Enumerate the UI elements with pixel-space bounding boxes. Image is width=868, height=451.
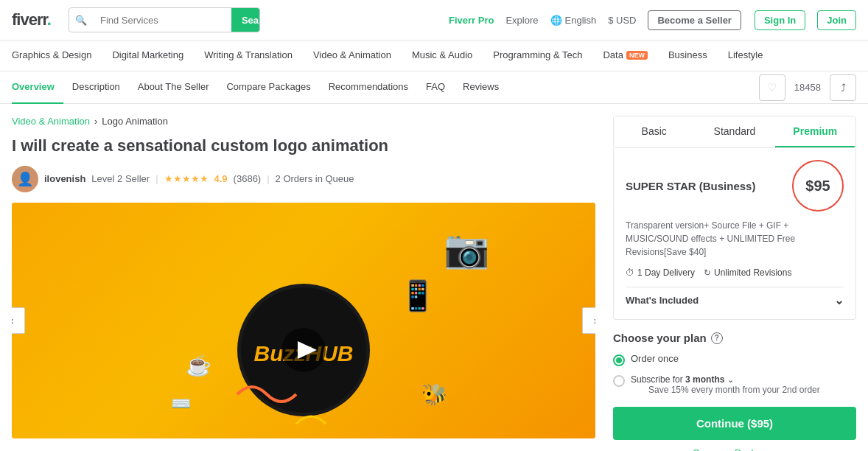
choose-plan: Choose your plan ? Order once Subscribe … — [613, 332, 856, 395]
whats-included-label: What's Included — [626, 295, 699, 306]
subnav-compare-packages[interactable]: Compare Packages — [217, 71, 319, 104]
revisions-info: ↻ Unlimited Revisions — [704, 268, 791, 278]
seller-level: Level 2 Seller — [91, 173, 150, 184]
divider: | — [155, 173, 158, 184]
tab-basic[interactable]: Basic — [614, 116, 694, 147]
carousel-prev-button[interactable]: ‹ — [12, 307, 25, 334]
package-description: Transparent version+ Source File + GIF +… — [626, 219, 844, 259]
cat-music-audio[interactable]: Music & Audio — [402, 41, 483, 71]
package-meta: ⏱ 1 Day Delivery ↻ Unlimited Revisions — [626, 268, 844, 278]
subnav-overview[interactable]: Overview — [12, 71, 63, 104]
subscribe-prefix: Subscribe for — [631, 374, 683, 385]
cat-writing-translation[interactable]: Writing & Translation — [194, 41, 303, 71]
avatar: 👤 — [12, 166, 38, 192]
subscribe-months[interactable]: 3 months — [685, 374, 724, 385]
likes-count: 18458 — [794, 82, 821, 93]
nav-links: Fiverr Pro Explore 🌐 English $ USD Becom… — [449, 10, 856, 30]
tab-standard[interactable]: Standard — [694, 116, 774, 147]
svg-text:🐝: 🐝 — [421, 382, 447, 407]
subscribe-radio[interactable] — [613, 375, 625, 387]
breadcrumb-child: Logo Animation — [102, 116, 168, 127]
subnav-recommendations[interactable]: Recommendations — [320, 71, 417, 104]
package-content: SUPER STAR (Business) $95 Transparent ve… — [613, 148, 856, 320]
share-button[interactable]: ⤴ — [830, 74, 856, 101]
language-selector[interactable]: 🌐 English — [550, 15, 597, 26]
order-once-label: Order once — [631, 353, 679, 364]
subscribe-option[interactable]: Subscribe for 3 months ⌄ Save 15% every … — [613, 374, 856, 395]
star-rating-icon: ★★★★★ — [164, 173, 209, 184]
language-label: English — [565, 15, 597, 26]
gig-title: I will create a sensational custom logo … — [12, 136, 595, 157]
sub-navigation: Overview Description About The Seller Co… — [0, 71, 868, 104]
subnav-description[interactable]: Description — [63, 71, 129, 104]
image-placeholder: 📷 📱 BuzzHUB 🐝 ☕ ⌨️ — [12, 203, 595, 438]
breadcrumb-parent[interactable]: Video & Animation — [12, 116, 90, 127]
subscribe-label-container: Subscribe for 3 months ⌄ Save 15% every … — [631, 374, 820, 395]
cat-business[interactable]: Business — [658, 41, 718, 71]
order-once-option[interactable]: Order once — [613, 353, 856, 366]
cat-programming-tech[interactable]: Programming & Tech — [483, 41, 592, 71]
gig-image: 📷 📱 BuzzHUB 🐝 ☕ ⌨️ — [12, 203, 595, 438]
logo-dot: . — [47, 10, 51, 29]
order-once-radio[interactable] — [613, 354, 625, 366]
cat-video-animation[interactable]: Video & Animation — [303, 41, 402, 71]
cat-data[interactable]: Data NEW — [592, 41, 657, 71]
dropdown-arrow-icon: ⌄ — [727, 375, 734, 384]
currency-selector[interactable]: $ USD — [608, 15, 636, 26]
seller-info: 👤 ilovenish Level 2 Seller | ★★★★★ 4.9 (… — [12, 166, 595, 192]
cat-graphics-design[interactable]: Graphics & Design — [12, 41, 102, 71]
revisions-text: Unlimited Revisions — [714, 268, 791, 278]
left-panel: Video & Animation › Logo Animation I wil… — [12, 116, 595, 451]
package-tabs: Basic Standard Premium — [613, 116, 856, 148]
help-icon[interactable]: ? — [711, 332, 723, 344]
svg-text:☕: ☕ — [186, 353, 211, 377]
subnav-faq[interactable]: FAQ — [417, 71, 454, 104]
whats-included-toggle[interactable]: What's Included ⌄ — [626, 287, 844, 307]
right-panel: Basic Standard Premium SUPER STAR (Busin… — [613, 116, 856, 451]
package-header: SUPER STAR (Business) $95 — [626, 160, 844, 211]
new-badge: NEW — [626, 51, 648, 60]
cat-lifestyle[interactable]: Lifestyle — [718, 41, 774, 71]
review-count: (3686) — [234, 173, 262, 184]
carousel-next-button[interactable]: › — [582, 307, 595, 334]
become-seller-button[interactable]: Become a Seller — [648, 10, 741, 30]
cat-digital-marketing[interactable]: Digital Marketing — [102, 41, 194, 71]
radio-dot — [616, 357, 622, 363]
clock-icon: ⏱ — [626, 268, 634, 278]
avatar-image: 👤 — [12, 166, 38, 192]
explore-link[interactable]: Explore — [505, 15, 538, 26]
top-navigation: fiverr. 🔍 Search Fiverr Pro Explore 🌐 En… — [0, 0, 868, 41]
compare-packages-link[interactable]: Compare Packages — [613, 447, 856, 451]
main-content: Video & Animation › Logo Animation I wil… — [0, 104, 868, 451]
subnav-actions: ♡ 18458 ⤴ — [759, 74, 856, 101]
tab-premium[interactable]: Premium — [775, 116, 855, 147]
svg-text:📱: 📱 — [399, 278, 436, 313]
plan-title-text: Choose your plan — [613, 332, 707, 344]
queue-info: 2 Orders in Queue — [276, 173, 354, 184]
globe-icon: 🌐 — [550, 15, 562, 26]
subnav-about-seller[interactable]: About The Seller — [129, 71, 218, 104]
search-icon: 🔍 — [69, 15, 93, 26]
search-button[interactable]: Search — [231, 8, 260, 32]
join-button[interactable]: Join — [817, 10, 856, 30]
like-button[interactable]: ♡ — [759, 74, 785, 101]
rating-number: 4.9 — [214, 173, 228, 184]
svg-text:⌨️: ⌨️ — [171, 394, 192, 413]
breadcrumb-arrow: › — [94, 116, 97, 127]
continue-button[interactable]: Continue ($95) — [613, 407, 856, 440]
plan-title: Choose your plan ? — [613, 332, 856, 344]
category-navigation: Graphics & Design Digital Marketing Writ… — [0, 41, 868, 71]
svg-text:📷: 📷 — [444, 227, 490, 271]
divider2: | — [267, 173, 269, 184]
price-badge: $95 — [792, 160, 844, 211]
sign-in-button[interactable]: Sign In — [755, 10, 805, 30]
fiverr-pro-link[interactable]: Fiverr Pro — [449, 15, 494, 26]
search-input[interactable] — [93, 8, 231, 32]
logo[interactable]: fiverr. — [12, 10, 51, 29]
package-name: SUPER STAR (Business) — [626, 180, 755, 192]
seller-name[interactable]: ilovenish — [44, 173, 85, 184]
breadcrumb: Video & Animation › Logo Animation — [12, 116, 595, 127]
subnav-reviews[interactable]: Reviews — [454, 71, 508, 104]
refresh-icon: ↻ — [704, 268, 711, 278]
delivery-info: ⏱ 1 Day Delivery — [626, 268, 695, 278]
